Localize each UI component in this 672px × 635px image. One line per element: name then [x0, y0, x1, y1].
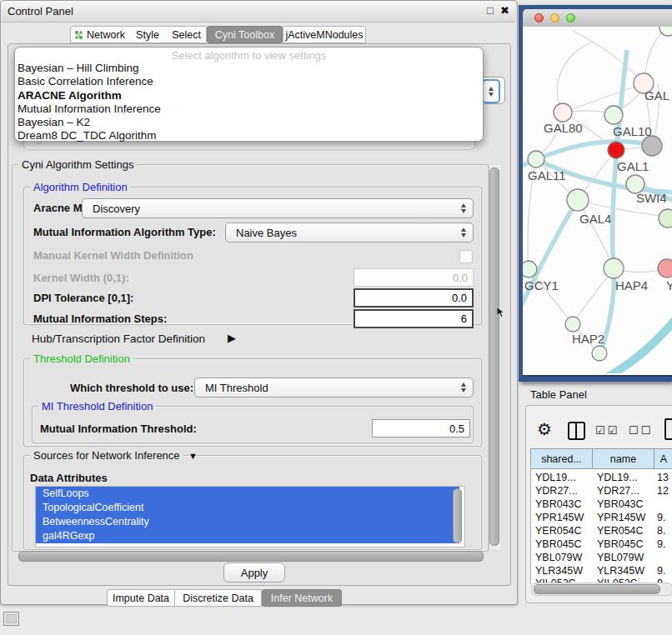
- combo-value: MI Threshold: [195, 382, 458, 394]
- table-row[interactable]: YDL19... YDL19... 13: [530, 472, 672, 485]
- cell: YBR045C: [535, 538, 582, 550]
- node[interactable]: [592, 346, 607, 361]
- gear-icon[interactable]: ⚙: [537, 419, 552, 439]
- node-gal1-selected[interactable]: [608, 142, 624, 158]
- tab-label: Select: [172, 29, 201, 41]
- node-label: HAP4: [615, 278, 648, 292]
- node-gal4[interactable]: [567, 189, 589, 211]
- mi-steps-input[interactable]: [354, 309, 474, 328]
- table-hscrollbar-thumb[interactable]: [534, 584, 660, 594]
- column-header-label: name: [610, 453, 636, 465]
- column-header-cut[interactable]: A: [654, 448, 672, 469]
- tab-infer-network[interactable]: Infer Network: [262, 589, 342, 607]
- column-header-name[interactable]: name: [592, 448, 654, 469]
- expanded-arrow-icon[interactable]: ▼: [188, 451, 198, 461]
- tab-style[interactable]: Style: [128, 26, 168, 43]
- hub-tf-definition-toggle[interactable]: Hub/Transcription Factor Definition: [32, 332, 205, 345]
- cell: YBR043C: [535, 498, 582, 510]
- node-gal11[interactable]: [528, 151, 544, 168]
- node-gal80[interactable]: [554, 103, 572, 122]
- algorithm-option[interactable]: Bayesian – K2: [18, 116, 483, 129]
- mi-threshold-definition-title: MI Threshold Definition: [38, 400, 156, 412]
- tab-discretize-data[interactable]: Discretize Data: [175, 589, 262, 607]
- network-window-titlebar[interactable]: [523, 9, 672, 28]
- tab-select[interactable]: Select: [167, 26, 207, 43]
- node[interactable]: [659, 27, 672, 36]
- node-label: GAL80: [544, 121, 583, 135]
- manual-kernel-width-checkbox[interactable]: [459, 250, 473, 263]
- node-label: GAL1: [617, 159, 649, 173]
- table-row[interactable]: YBR043C YBR043C: [530, 498, 672, 512]
- new-table-icon[interactable]: [664, 418, 672, 440]
- zoom-traffic-light[interactable]: [566, 13, 575, 22]
- tab-jactivemnodules[interactable]: jActiveMNodules: [283, 26, 366, 43]
- deselect-all-checks-icon[interactable]: ☐☐: [629, 424, 653, 437]
- table-row[interactable]: YBR045C YBR045C 9.: [530, 538, 672, 552]
- combo-arrow-button-focused[interactable]: [482, 79, 500, 103]
- cell: YPR145W: [535, 512, 584, 523]
- cell: 9.: [657, 512, 665, 523]
- node-label: GCY1: [524, 278, 559, 292]
- table-row[interactable]: YLR345W YLR345W 9.: [530, 565, 672, 578]
- settings-hscrollbar-thumb[interactable]: [18, 551, 484, 562]
- algorithm-option[interactable]: Bayesian – Hill Climbing: [18, 62, 483, 75]
- algorithm-option[interactable]: Dream8 DC_TDC Algorithm: [18, 129, 483, 142]
- tab-label: Infer Network: [271, 592, 333, 604]
- tab-label: Network: [87, 29, 125, 41]
- list-item[interactable]: SelfLoops: [36, 487, 459, 501]
- mi-threshold-input[interactable]: [372, 419, 470, 438]
- cell: YDL19...: [597, 472, 638, 483]
- node[interactable]: [659, 209, 672, 228]
- float-window-icon[interactable]: □: [487, 4, 494, 17]
- network-icon: [74, 30, 83, 40]
- tab-label: jActiveMNodules: [285, 29, 363, 41]
- tab-network[interactable]: Network: [70, 26, 129, 43]
- kernel-width-input[interactable]: [354, 268, 474, 287]
- algorithm-option-selected[interactable]: ARACNE Algorithm: [18, 89, 483, 102]
- node-salmon[interactable]: [658, 259, 672, 278]
- cell: 8.: [657, 525, 665, 537]
- node-gray[interactable]: [642, 136, 662, 156]
- dpi-tolerance-input[interactable]: [354, 288, 474, 308]
- node-hap4[interactable]: [604, 258, 624, 278]
- node-gal10[interactable]: [604, 106, 623, 124]
- settings-vscrollbar-thumb[interactable]: [489, 168, 499, 546]
- node-label: GAL11: [528, 168, 566, 182]
- tab-cyni-toolbox[interactable]: Cyni Toolbox: [207, 26, 283, 43]
- which-threshold-combo[interactable]: MI Threshold: [194, 378, 474, 398]
- list-item[interactable]: TopologicalCoefficient: [36, 501, 459, 515]
- cell: 13: [657, 472, 669, 483]
- float-panel-icon[interactable]: [3, 612, 19, 626]
- close-traffic-light[interactable]: [534, 13, 544, 22]
- collapsed-arrow-icon[interactable]: ▶: [228, 332, 236, 344]
- network-canvas[interactable]: GAL GAL80 GAL10 GAL1 GAL11 SWI4 GAL4 GCY…: [523, 27, 672, 377]
- table-row[interactable]: YDR27... YDR27... 12: [530, 485, 672, 498]
- table-row[interactable]: YBL079W YBL079W: [530, 552, 672, 565]
- table-row[interactable]: YER054C YER054C 8.: [530, 525, 672, 538]
- list-vscrollbar-thumb[interactable]: [453, 488, 462, 543]
- table-row[interactable]: YPR145W YPR145W 9.: [530, 512, 672, 525]
- close-icon[interactable]: ✖: [500, 4, 509, 17]
- sources-title[interactable]: Sources for Network Inference: [30, 449, 183, 462]
- cell: YBL079W: [597, 552, 644, 563]
- algorithm-option[interactable]: Basic Correlation Inference: [18, 75, 483, 88]
- select-all-checks-icon[interactable]: ☑☑: [595, 424, 619, 437]
- column-header-shared-name[interactable]: shared...: [530, 448, 593, 469]
- minimize-traffic-light[interactable]: [550, 13, 559, 22]
- split-columns-icon[interactable]: [568, 422, 585, 440]
- apply-button[interactable]: Apply: [223, 562, 285, 582]
- node-label: Y: [666, 278, 672, 292]
- cell: YBR043C: [597, 498, 644, 510]
- node-gcy1[interactable]: [523, 261, 537, 278]
- control-panel-titlebar[interactable]: Control Panel □ ✖: [1, 1, 515, 22]
- algorithm-option[interactable]: Mutual Information Inference: [18, 102, 483, 116]
- tab-impute-data[interactable]: Impute Data: [107, 589, 175, 607]
- list-item[interactable]: BetweennessCentrality: [36, 515, 459, 529]
- desktop: Control Panel □ ✖ Network Style Select C…: [0, 0, 672, 635]
- node-hap2[interactable]: [565, 317, 580, 332]
- aracne-mode-combo[interactable]: Discovery: [82, 198, 474, 218]
- list-item[interactable]: gal4RGexp: [36, 529, 459, 543]
- stepper-arrows-icon: [489, 87, 494, 97]
- mi-algorithm-type-combo[interactable]: Naive Bayes: [225, 222, 474, 242]
- mi-steps-label: Mutual Information Steps:: [33, 312, 167, 325]
